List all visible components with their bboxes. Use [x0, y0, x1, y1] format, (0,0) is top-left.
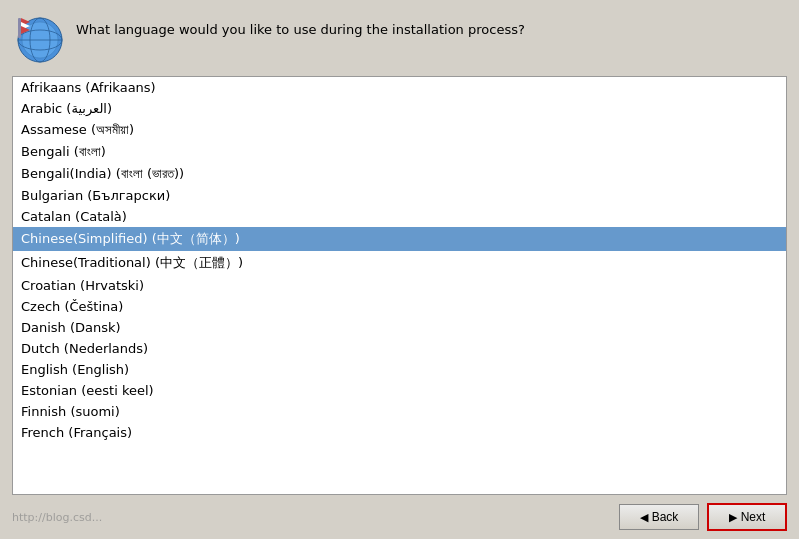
back-button[interactable]: ◀ Back	[619, 504, 699, 530]
logo-icon	[16, 16, 64, 64]
language-item[interactable]: Arabic (العربية)	[13, 98, 786, 119]
language-item[interactable]: Chinese(Traditional) (中文（正體）)	[13, 251, 786, 275]
language-item[interactable]: Czech (Čeština)	[13, 296, 786, 317]
language-item[interactable]: French (Français)	[13, 422, 786, 443]
language-item[interactable]: Bengali(India) (বাংলা (ভারত))	[13, 163, 786, 185]
language-item[interactable]: Bulgarian (Български)	[13, 185, 786, 206]
language-item[interactable]: Afrikaans (Afrikaans)	[13, 77, 786, 98]
language-item[interactable]: Finnish (suomi)	[13, 401, 786, 422]
next-icon: ▶	[729, 511, 737, 524]
language-item[interactable]: Danish (Dansk)	[13, 317, 786, 338]
language-item[interactable]: Assamese (অসমীয়া)	[13, 119, 786, 141]
next-label: Next	[741, 510, 766, 524]
watermark: http://blog.csd...	[12, 511, 102, 524]
language-item[interactable]: Dutch (Nederlands)	[13, 338, 786, 359]
header-question: What language would you like to use duri…	[76, 16, 525, 40]
language-item[interactable]: Croatian (Hrvatski)	[13, 275, 786, 296]
language-item[interactable]: Estonian (eesti keel)	[13, 380, 786, 401]
back-icon: ◀	[640, 511, 648, 524]
language-list[interactable]: Afrikaans (Afrikaans)Arabic (العربية)Ass…	[13, 77, 786, 494]
language-list-container: Afrikaans (Afrikaans)Arabic (العربية)Ass…	[12, 76, 787, 495]
language-item[interactable]: English (English)	[13, 359, 786, 380]
installer-window: What language would you like to use duri…	[0, 0, 799, 539]
footer: http://blog.csd... ◀ Back ▶ Next	[0, 495, 799, 539]
next-button[interactable]: ▶ Next	[707, 503, 787, 531]
svg-rect-5	[18, 18, 21, 38]
language-item[interactable]: Bengali (বাংলা)	[13, 141, 786, 163]
back-label: Back	[652, 510, 679, 524]
language-item[interactable]: Catalan (Català)	[13, 206, 786, 227]
language-item[interactable]: Chinese(Simplified) (中文（简体）)	[13, 227, 786, 251]
header: What language would you like to use duri…	[0, 0, 799, 76]
